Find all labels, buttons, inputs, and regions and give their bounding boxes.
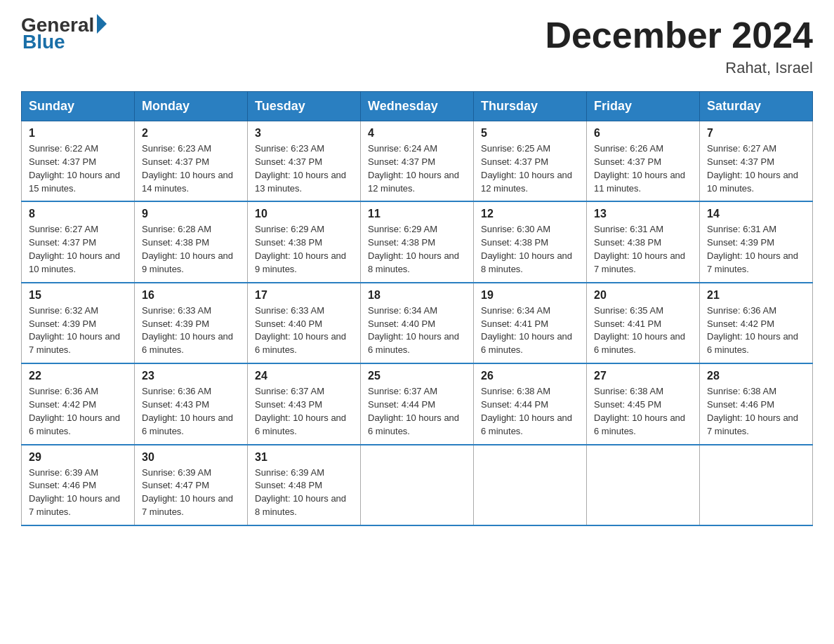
day-number: 16	[142, 289, 240, 302]
calendar-cell: 30Sunrise: 6:39 AMSunset: 4:47 PMDayligh…	[135, 445, 248, 525]
day-info: Sunrise: 6:29 AMSunset: 4:38 PMDaylight:…	[255, 223, 353, 276]
day-number: 11	[368, 208, 466, 220]
month-title: December 2024	[545, 14, 813, 56]
calendar-cell: 13Sunrise: 6:31 AMSunset: 4:38 PMDayligh…	[587, 201, 700, 282]
day-number: 4	[368, 127, 466, 140]
day-info: Sunrise: 6:36 AMSunset: 4:43 PMDaylight:…	[142, 385, 240, 438]
day-number: 21	[707, 289, 805, 302]
calendar-cell: 26Sunrise: 6:38 AMSunset: 4:44 PMDayligh…	[474, 363, 587, 444]
day-info: Sunrise: 6:24 AMSunset: 4:37 PMDaylight:…	[368, 142, 466, 195]
day-info: Sunrise: 6:34 AMSunset: 4:41 PMDaylight:…	[481, 304, 579, 357]
day-info: Sunrise: 6:32 AMSunset: 4:39 PMDaylight:…	[29, 304, 127, 357]
day-info: Sunrise: 6:36 AMSunset: 4:42 PMDaylight:…	[707, 304, 805, 357]
calendar-cell: 19Sunrise: 6:34 AMSunset: 4:41 PMDayligh…	[474, 283, 587, 363]
day-info: Sunrise: 6:29 AMSunset: 4:38 PMDaylight:…	[368, 223, 466, 276]
calendar-cell	[700, 445, 813, 525]
day-info: Sunrise: 6:38 AMSunset: 4:44 PMDaylight:…	[481, 385, 579, 438]
calendar-week-row: 15Sunrise: 6:32 AMSunset: 4:39 PMDayligh…	[22, 283, 813, 363]
calendar-cell: 18Sunrise: 6:34 AMSunset: 4:40 PMDayligh…	[361, 283, 474, 363]
calendar-cell: 28Sunrise: 6:38 AMSunset: 4:46 PMDayligh…	[700, 363, 813, 444]
weekday-header-tuesday: Tuesday	[248, 92, 361, 121]
day-number: 29	[29, 451, 127, 464]
weekday-header-wednesday: Wednesday	[361, 92, 474, 121]
weekday-header-monday: Monday	[135, 92, 248, 121]
location-label: Rahat, Israel	[545, 59, 813, 77]
title-section: December 2024 Rahat, Israel	[545, 14, 813, 77]
day-info: Sunrise: 6:26 AMSunset: 4:37 PMDaylight:…	[594, 142, 692, 195]
day-info: Sunrise: 6:33 AMSunset: 4:40 PMDaylight:…	[255, 304, 353, 357]
day-number: 17	[255, 289, 353, 302]
day-info: Sunrise: 6:28 AMSunset: 4:38 PMDaylight:…	[142, 223, 240, 276]
calendar-week-row: 1Sunrise: 6:22 AMSunset: 4:37 PMDaylight…	[22, 121, 813, 202]
page-header: General Blue December 2024 Rahat, Israel	[21, 14, 813, 77]
calendar-cell: 20Sunrise: 6:35 AMSunset: 4:41 PMDayligh…	[587, 283, 700, 363]
day-info: Sunrise: 6:39 AMSunset: 4:46 PMDaylight:…	[29, 467, 127, 519]
day-info: Sunrise: 6:30 AMSunset: 4:38 PMDaylight:…	[481, 223, 579, 276]
calendar-table: SundayMondayTuesdayWednesdayThursdayFrid…	[21, 91, 813, 526]
day-info: Sunrise: 6:35 AMSunset: 4:41 PMDaylight:…	[594, 304, 692, 357]
calendar-cell: 14Sunrise: 6:31 AMSunset: 4:39 PMDayligh…	[700, 201, 813, 282]
weekday-header-friday: Friday	[587, 92, 700, 121]
day-info: Sunrise: 6:31 AMSunset: 4:39 PMDaylight:…	[707, 223, 805, 276]
calendar-cell: 17Sunrise: 6:33 AMSunset: 4:40 PMDayligh…	[248, 283, 361, 363]
calendar-cell: 25Sunrise: 6:37 AMSunset: 4:44 PMDayligh…	[361, 363, 474, 444]
day-info: Sunrise: 6:25 AMSunset: 4:37 PMDaylight:…	[481, 142, 579, 195]
calendar-cell: 8Sunrise: 6:27 AMSunset: 4:37 PMDaylight…	[22, 201, 135, 282]
day-info: Sunrise: 6:38 AMSunset: 4:45 PMDaylight:…	[594, 385, 692, 438]
day-info: Sunrise: 6:34 AMSunset: 4:40 PMDaylight:…	[368, 304, 466, 357]
calendar-cell: 15Sunrise: 6:32 AMSunset: 4:39 PMDayligh…	[22, 283, 135, 363]
day-number: 26	[481, 370, 579, 382]
calendar-week-row: 22Sunrise: 6:36 AMSunset: 4:42 PMDayligh…	[22, 363, 813, 444]
day-number: 27	[594, 370, 692, 382]
calendar-cell: 16Sunrise: 6:33 AMSunset: 4:39 PMDayligh…	[135, 283, 248, 363]
day-number: 7	[707, 127, 805, 140]
day-number: 9	[142, 208, 240, 220]
day-number: 20	[594, 289, 692, 302]
day-info: Sunrise: 6:27 AMSunset: 4:37 PMDaylight:…	[707, 142, 805, 195]
calendar-cell: 27Sunrise: 6:38 AMSunset: 4:45 PMDayligh…	[587, 363, 700, 444]
day-number: 13	[594, 208, 692, 220]
day-info: Sunrise: 6:33 AMSunset: 4:39 PMDaylight:…	[142, 304, 240, 357]
calendar-cell: 11Sunrise: 6:29 AMSunset: 4:38 PMDayligh…	[361, 201, 474, 282]
day-info: Sunrise: 6:39 AMSunset: 4:47 PMDaylight:…	[142, 467, 240, 519]
day-info: Sunrise: 6:37 AMSunset: 4:44 PMDaylight:…	[368, 385, 466, 438]
logo-blue-label: Blue	[22, 31, 65, 53]
day-info: Sunrise: 6:36 AMSunset: 4:42 PMDaylight:…	[29, 385, 127, 438]
day-info: Sunrise: 6:38 AMSunset: 4:46 PMDaylight:…	[707, 385, 805, 438]
calendar-week-row: 8Sunrise: 6:27 AMSunset: 4:37 PMDaylight…	[22, 201, 813, 282]
calendar-cell: 9Sunrise: 6:28 AMSunset: 4:38 PMDaylight…	[135, 201, 248, 282]
calendar-cell: 31Sunrise: 6:39 AMSunset: 4:48 PMDayligh…	[248, 445, 361, 525]
day-number: 15	[29, 289, 127, 302]
day-number: 30	[142, 451, 240, 464]
calendar-cell: 24Sunrise: 6:37 AMSunset: 4:43 PMDayligh…	[248, 363, 361, 444]
calendar-cell	[587, 445, 700, 525]
calendar-cell: 6Sunrise: 6:26 AMSunset: 4:37 PMDaylight…	[587, 121, 700, 202]
calendar-cell	[474, 445, 587, 525]
calendar-cell: 22Sunrise: 6:36 AMSunset: 4:42 PMDayligh…	[22, 363, 135, 444]
calendar-cell: 10Sunrise: 6:29 AMSunset: 4:38 PMDayligh…	[248, 201, 361, 282]
day-number: 22	[29, 370, 127, 382]
weekday-header-sunday: Sunday	[22, 92, 135, 121]
calendar-cell: 7Sunrise: 6:27 AMSunset: 4:37 PMDaylight…	[700, 121, 813, 202]
day-number: 3	[255, 127, 353, 140]
day-info: Sunrise: 6:37 AMSunset: 4:43 PMDaylight:…	[255, 385, 353, 438]
day-number: 23	[142, 370, 240, 382]
day-info: Sunrise: 6:23 AMSunset: 4:37 PMDaylight:…	[255, 142, 353, 195]
day-number: 28	[707, 370, 805, 382]
day-number: 5	[481, 127, 579, 140]
calendar-header: SundayMondayTuesdayWednesdayThursdayFrid…	[22, 92, 813, 121]
calendar-cell: 21Sunrise: 6:36 AMSunset: 4:42 PMDayligh…	[700, 283, 813, 363]
logo-arrow-icon	[97, 14, 107, 34]
calendar-cell: 12Sunrise: 6:30 AMSunset: 4:38 PMDayligh…	[474, 201, 587, 282]
day-info: Sunrise: 6:31 AMSunset: 4:38 PMDaylight:…	[594, 223, 692, 276]
day-info: Sunrise: 6:23 AMSunset: 4:37 PMDaylight:…	[142, 142, 240, 195]
logo: General Blue	[21, 14, 107, 53]
day-number: 1	[29, 127, 127, 140]
calendar-cell	[361, 445, 474, 525]
day-number: 25	[368, 370, 466, 382]
day-number: 10	[255, 208, 353, 220]
weekday-header-row: SundayMondayTuesdayWednesdayThursdayFrid…	[22, 92, 813, 121]
day-number: 8	[29, 208, 127, 220]
calendar-cell: 29Sunrise: 6:39 AMSunset: 4:46 PMDayligh…	[22, 445, 135, 525]
day-info: Sunrise: 6:27 AMSunset: 4:37 PMDaylight:…	[29, 223, 127, 276]
